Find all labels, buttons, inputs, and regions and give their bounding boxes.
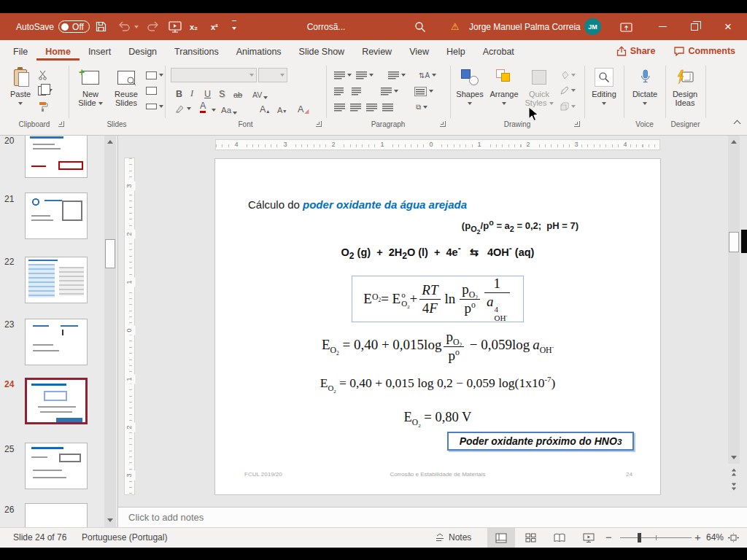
numbering-button[interactable] — [356, 69, 374, 82]
new-slide-button[interactable]: + New Slide — [73, 66, 108, 107]
account-avatar[interactable]: JM — [584, 13, 601, 40]
thumbnail-scrollbar[interactable] — [104, 136, 116, 527]
align-center-button[interactable] — [350, 101, 361, 114]
cut-button[interactable] — [38, 69, 47, 82]
zoom-level[interactable]: 64% — [706, 532, 724, 542]
undo-button[interactable] — [118, 13, 139, 40]
italic-button[interactable]: I — [190, 85, 193, 99]
bold-button[interactable]: B — [176, 85, 182, 99]
arrange-button[interactable]: Arrange — [487, 66, 521, 107]
reaction-equation[interactable]: O2 (g) + 2H2O (l) + 4e- ⇆ 4OH- (aq) — [215, 244, 660, 261]
zoom-slider-thumb[interactable] — [638, 533, 641, 542]
tab-transitions[interactable]: Transitions — [166, 42, 228, 60]
tab-review[interactable]: Review — [353, 42, 400, 60]
design-ideas-button[interactable]: Design Ideas — [667, 66, 703, 107]
share-button[interactable]: Share — [616, 46, 656, 56]
tab-acrobat[interactable]: Acrobat — [474, 42, 523, 60]
align-text-button[interactable] — [414, 85, 433, 98]
main-scrollbar[interactable] — [728, 136, 740, 464]
clear-formatting-button[interactable]: A◢ — [298, 101, 309, 114]
slide-position-indicator[interactable]: Slide 24 of 76 — [13, 532, 66, 542]
reuse-slides-button[interactable]: Reuse Slides — [109, 66, 143, 107]
collapse-ribbon-button[interactable] — [729, 117, 744, 129]
strikethrough-button[interactable]: ab — [233, 85, 242, 99]
conclusion-box[interactable]: Poder oxidante próximo do HNO3 — [447, 432, 634, 451]
main-scroll-up-button[interactable] — [728, 136, 740, 147]
font-color-dropdown[interactable] — [212, 104, 216, 117]
shape-outline-button[interactable] — [560, 84, 576, 97]
change-case-button[interactable]: Aa — [221, 101, 237, 114]
comments-button[interactable]: Comments — [674, 46, 735, 56]
shape-fill-button[interactable] — [560, 69, 576, 82]
previous-slide-button[interactable] — [728, 465, 740, 478]
zoom-out-button[interactable]: − — [605, 531, 612, 543]
text-shadow-button[interactable]: S — [219, 85, 225, 99]
thumbnail-slide-23[interactable] — [25, 319, 88, 365]
tab-slide-show[interactable]: Slide Show — [290, 42, 354, 60]
font-color-button[interactable]: A — [200, 101, 206, 113]
condition-text[interactable]: (pO2/po = a2 = 0,2; pH = 7) — [462, 218, 578, 236]
paste-button[interactable]: Paste — [6, 66, 35, 107]
notes-pane[interactable]: Click to add notes — [118, 507, 747, 527]
equation-line-2[interactable]: EO2 = 0,40 + 0,015logpO2po − 0,059log aO… — [215, 329, 660, 364]
thumbnail-slide-21[interactable] — [25, 192, 88, 239]
paragraph-dialog-launcher[interactable] — [440, 121, 446, 127]
thumbnail-slide-25[interactable] — [25, 443, 88, 489]
account-name[interactable]: Jorge Manuel Palma Correia — [469, 13, 581, 40]
customize-qat-button[interactable] — [232, 13, 236, 40]
nernst-equation-box[interactable]: EO2 = EoO2 + RT4FlnpO2po1a4OH- — [352, 276, 524, 322]
tab-view[interactable]: View — [400, 42, 438, 60]
ribbon-display-options-button[interactable] — [620, 13, 632, 40]
shrink-font-button[interactable]: A▾ — [277, 101, 286, 114]
redo-button[interactable] — [146, 13, 159, 40]
clipboard-dialog-launcher[interactable] — [58, 121, 64, 127]
main-scrollbar-thumb[interactable] — [729, 232, 739, 252]
tab-file[interactable]: File — [4, 42, 36, 60]
tab-design[interactable]: Design — [120, 42, 166, 60]
slide-canvas[interactable]: Cálculo do poder oxidante da água arejad… — [215, 159, 660, 494]
warning-indicator[interactable]: ⚠ — [451, 13, 460, 40]
language-indicator[interactable]: Portuguese (Portugal) — [82, 532, 167, 542]
font-name-combo[interactable] — [171, 68, 257, 82]
thumbnail-scroll-up-button[interactable] — [104, 136, 116, 147]
character-spacing-button[interactable]: AV — [252, 85, 268, 99]
thumbnail-slide-24-selected[interactable] — [25, 378, 88, 424]
font-size-combo[interactable] — [258, 68, 287, 82]
thumbnail-slide-20[interactable] — [25, 136, 88, 178]
fit-slide-to-window-button[interactable] — [728, 533, 739, 545]
convert-smartart-button[interactable]: ⧉ — [416, 101, 427, 114]
equation-result[interactable]: EO2 = 0,80 V — [215, 410, 660, 426]
minimize-button[interactable] — [648, 13, 677, 40]
justify-button[interactable] — [382, 101, 393, 114]
slide-sorter-view-button[interactable] — [516, 528, 544, 548]
superscript-button[interactable]: x² — [211, 13, 218, 40]
increase-indent-button[interactable] — [352, 85, 361, 98]
thumbnail-slide-22[interactable] — [25, 257, 88, 303]
tab-insert[interactable]: Insert — [80, 42, 120, 60]
editing-button[interactable]: Editing — [587, 66, 621, 107]
dictate-button[interactable]: Dictate — [627, 66, 662, 107]
normal-view-button[interactable] — [487, 528, 515, 548]
text-direction-button[interactable]: ⇅A — [419, 69, 436, 82]
notes-toggle-button[interactable]: Notes — [435, 532, 471, 542]
zoom-in-button[interactable]: + — [694, 531, 701, 543]
slide-title[interactable]: Cálculo do poder oxidante da água arejad… — [248, 198, 467, 211]
thumbnail-scrollbar-thumb[interactable] — [105, 239, 115, 268]
align-right-button[interactable] — [366, 101, 377, 114]
subscript-button[interactable]: x₂ — [190, 13, 198, 40]
restore-button[interactable] — [680, 13, 709, 40]
line-spacing-button[interactable] — [388, 69, 406, 82]
drawing-dialog-launcher[interactable] — [574, 121, 580, 127]
start-slideshow-button[interactable] — [169, 13, 182, 40]
section-button[interactable] — [146, 100, 163, 113]
font-dialog-launcher[interactable] — [316, 121, 322, 127]
slide-layout-button[interactable] — [146, 69, 163, 82]
format-painter-button[interactable] — [38, 100, 48, 113]
tab-home[interactable]: Home — [36, 42, 80, 61]
shape-effects-button[interactable] — [560, 100, 576, 113]
reset-slide-button[interactable] — [146, 84, 157, 97]
main-scroll-down-button[interactable] — [728, 451, 740, 463]
decrease-indent-button[interactable] — [334, 85, 344, 98]
search-button[interactable] — [414, 13, 426, 40]
tab-animations[interactable]: Animations — [228, 42, 290, 60]
